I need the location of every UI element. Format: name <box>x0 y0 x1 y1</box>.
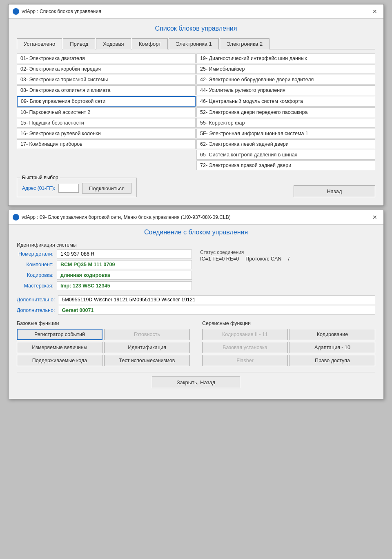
slash-sep: / <box>288 256 289 262</box>
module-44[interactable]: 44- Усилитель рулевого управления <box>196 85 375 95</box>
window-modules-list: vdApp : Список блоков управления ✕ Списо… <box>8 4 384 206</box>
quick-select-row: Адрес (01-FF): Подключиться <box>22 183 131 194</box>
func-identification[interactable]: Идентификация <box>104 342 190 353</box>
func-access-rights[interactable]: Право доступа <box>290 355 375 366</box>
tab-electronics2[interactable]: Электроника 2 <box>220 38 270 49</box>
func-basic-setup: Базовая установка <box>202 342 288 353</box>
module-09[interactable]: 09- Блок управления бортовой сети <box>17 96 196 107</box>
module-65[interactable]: 65- Система контроля давления в шинах <box>196 150 375 160</box>
module-42[interactable]: 42- Электронное оборудование двери водит… <box>196 75 375 85</box>
status-value: IC=1 TE=0 RE=0 <box>200 256 239 262</box>
component-row: Компонент: BCM PQ35 M 111 0709 <box>17 260 192 269</box>
extra1-row: Дополнительно: 5M0955119D Wischer 19121 … <box>17 295 375 304</box>
module-52[interactable]: 52- Электроника двери переднего пассажир… <box>196 107 375 117</box>
module-15[interactable]: 15- Подушки безопасности <box>17 118 196 128</box>
protocol-label: Протокол: CAN <box>245 256 281 262</box>
module-16[interactable]: 16- Электроника рулевой колонки <box>17 129 196 138</box>
status-label: Статус соединения <box>200 249 375 255</box>
window1-content: Список блоков управления Установлено При… <box>9 19 383 205</box>
titlebar-2: vdApp : 09- Блок управления бортовой сет… <box>9 210 383 225</box>
func-readiness: Готовность <box>104 329 190 340</box>
app-icon-2 <box>13 214 19 220</box>
service-functions-label: Сервисные функции <box>202 321 375 326</box>
workshop-label: Мастерская: <box>17 283 53 289</box>
tabs-bar: Установлено Привод Ходовая Комфорт Элект… <box>17 38 375 49</box>
extra1-label: Дополнительно: <box>17 297 55 303</box>
module-grid: 01- Электроника двигателя 19- Диагностич… <box>17 53 375 170</box>
system-id-label: Идентификация системы <box>17 242 375 248</box>
component-value: BCM PQ35 M 111 0709 <box>57 260 192 269</box>
coding-label: Кодировка: <box>17 272 53 278</box>
module-25[interactable]: 25- Иммобилайзер <box>196 64 375 74</box>
module-55[interactable]: 55- Корректор фар <box>196 118 375 128</box>
service-buttons-grid: Кодирование II - 11 Кодирование Базовая … <box>202 329 375 366</box>
window-block-menu: vdApp : 09- Блок управления бортовой сет… <box>8 210 384 399</box>
func-supported-codes[interactable]: Поддерживаемые кода <box>17 355 102 366</box>
tab-chassis[interactable]: Ходовая <box>96 38 131 49</box>
close-back-button[interactable]: Закрыть, Назад <box>152 376 241 388</box>
status-row: IC=1 TE=0 RE=0 Протокол: CAN / <box>200 256 375 262</box>
window2-main-title: Соединение с блоком управления <box>17 229 375 236</box>
func-measurements[interactable]: Измеряемые величины <box>17 342 102 353</box>
extra2-value: Geraet 00071 <box>58 306 375 315</box>
basic-buttons-grid: Регистратор событий Готовность Измеряемы… <box>17 329 190 366</box>
part-number-row: Номер детали: 1K0 937 086 R <box>17 249 192 258</box>
service-functions-col: Сервисные функции Кодирование II - 11 Ко… <box>202 321 375 366</box>
window1-title: vdApp : Список блоков управления <box>22 9 101 14</box>
connect-button[interactable]: Подключиться <box>82 183 131 194</box>
extra2-row: Дополнительно: Geraet 00071 <box>17 306 375 315</box>
app-icon <box>13 8 19 15</box>
func-actuators[interactable]: Тест испол.механизмов <box>104 355 190 366</box>
functions-layout: Базовые функции Регистратор событий Гото… <box>17 321 375 366</box>
module-03[interactable]: 03- Электроника тормозной системы <box>17 75 196 85</box>
workshop-value: Imp: 123 WSC 12345 <box>57 281 192 290</box>
module-01[interactable]: 01- Электроника двигателя <box>17 53 196 63</box>
part-number-value: 1K0 937 086 R <box>57 249 192 258</box>
module-46[interactable]: 46- Центральный модуль систем комфорта <box>196 96 375 107</box>
func-flasher: Flasher <box>202 355 288 366</box>
module-08[interactable]: 08- Электроника отопителя и климата <box>17 85 196 95</box>
basic-functions-label: Базовые функции <box>17 321 190 326</box>
address-input[interactable] <box>58 184 79 193</box>
func-coding-ii: Кодирование II - 11 <box>202 329 288 340</box>
quick-select-legend: Быстрый выбор <box>20 175 60 180</box>
part-number-label: Номер детали: <box>17 251 53 257</box>
window2-title: vdApp : 09- Блок управления бортовой сет… <box>22 214 231 220</box>
basic-functions-col: Базовые функции Регистратор событий Гото… <box>17 321 190 366</box>
func-coding[interactable]: Кодирование <box>290 329 375 340</box>
address-label: Адрес (01-FF): <box>22 185 55 191</box>
coding-row: Кодировка: длинная кодировка <box>17 271 192 280</box>
window2-content: Соединение с блоком управления Идентифик… <box>9 225 383 399</box>
back-button[interactable]: Назад <box>294 185 375 197</box>
workshop-row: Мастерская: Imp: 123 WSC 12345 <box>17 281 192 290</box>
module-62[interactable]: 62- Электроника левой задней двери <box>196 139 375 149</box>
tab-comfort[interactable]: Комфорт <box>132 38 168 49</box>
module-02[interactable]: 02- Электроника коробки передач <box>17 64 196 74</box>
close-button-1[interactable]: ✕ <box>370 7 379 16</box>
tab-electronics1[interactable]: Электроника 1 <box>169 38 218 49</box>
module-17[interactable]: 17- Комбинация приборов <box>17 139 196 149</box>
titlebar-1: vdApp : Список блоков управления ✕ <box>9 4 383 19</box>
status-area: Статус соединения IC=1 TE=0 RE=0 Протоко… <box>200 249 375 292</box>
module-19[interactable]: 19- Диагностический интерфейс шин данных <box>196 53 375 63</box>
footer-bar: Закрыть, Назад <box>17 372 375 392</box>
window1-main-title: Список блоков управления <box>17 25 375 32</box>
module-10[interactable]: 10- Парковочный ассистент 2 <box>17 107 196 117</box>
func-adaptation[interactable]: Адаптация - 10 <box>290 342 375 353</box>
id-fields: Номер детали: 1K0 937 086 R Компонент: B… <box>17 249 192 292</box>
extra1-value: 5M0955119D Wischer 19121 5M0955119D Wisc… <box>58 295 375 304</box>
extra2-label: Дополнительно: <box>17 307 55 313</box>
tab-drive[interactable]: Привод <box>63 38 95 49</box>
coding-value: длинная кодировка <box>57 271 192 280</box>
tab-installed[interactable]: Установлено <box>17 38 62 49</box>
id-status-layout: Номер детали: 1K0 937 086 R Компонент: B… <box>17 249 375 292</box>
func-event-log[interactable]: Регистратор событий <box>17 329 102 340</box>
close-button-2[interactable]: ✕ <box>370 213 379 222</box>
component-label: Компонент: <box>17 262 53 267</box>
module-72[interactable]: 72- Электроника правой задней двери <box>196 160 375 170</box>
quick-select-box: Быстрый выбор Адрес (01-FF): Подключитьс… <box>17 178 137 197</box>
module-5f[interactable]: 5F- Электронная информационная система 1 <box>196 129 375 138</box>
